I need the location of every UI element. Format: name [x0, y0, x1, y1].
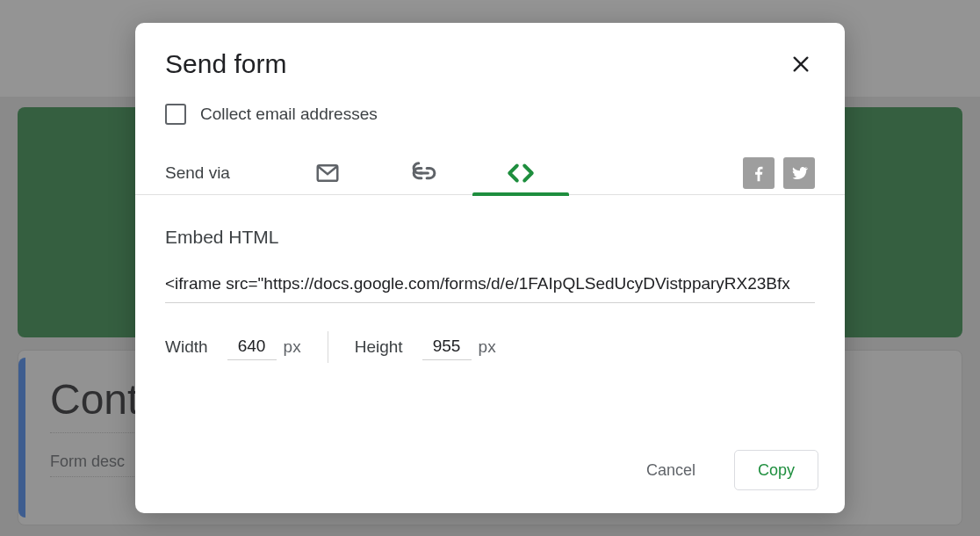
- dialog-footer: Cancel Copy: [135, 450, 845, 513]
- send-form-dialog: Send form Collect email addresses Send v…: [135, 23, 845, 513]
- tab-embed[interactable]: [472, 151, 569, 195]
- twitter-icon: [789, 163, 809, 183]
- email-icon: [314, 160, 341, 186]
- embed-icon: [506, 158, 536, 188]
- width-input[interactable]: [227, 335, 277, 360]
- tab-link[interactable]: [376, 151, 472, 195]
- height-unit: px: [479, 337, 496, 357]
- close-button[interactable]: [787, 50, 815, 78]
- tab-email[interactable]: [279, 151, 376, 195]
- send-via-label: Send via: [165, 163, 230, 183]
- close-icon: [791, 54, 811, 74]
- copy-button[interactable]: Copy: [734, 450, 818, 490]
- height-label: Height: [355, 337, 403, 357]
- width-label: Width: [165, 337, 208, 357]
- dialog-title: Send form: [165, 49, 286, 79]
- social-share: [743, 157, 815, 189]
- share-twitter-button[interactable]: [783, 157, 815, 189]
- cancel-button[interactable]: Cancel: [623, 450, 718, 490]
- send-via-row: Send via: [135, 151, 845, 195]
- dialog-header: Send form: [135, 49, 845, 79]
- width-unit: px: [284, 337, 301, 357]
- dimensions-row: Width px Height px: [165, 331, 815, 363]
- embed-section: Embed HTML Width px Height px: [135, 195, 845, 450]
- link-icon: [411, 160, 437, 186]
- dimension-separator: [328, 331, 328, 363]
- collect-emails-label: Collect email addresses: [200, 105, 378, 124]
- height-input[interactable]: [422, 335, 472, 360]
- share-facebook-button[interactable]: [743, 157, 775, 189]
- collect-emails-checkbox[interactable]: [165, 104, 186, 125]
- embed-section-title: Embed HTML: [165, 227, 815, 248]
- embed-html-input[interactable]: [165, 269, 815, 303]
- collect-emails-row: Collect email addresses: [135, 104, 845, 125]
- facebook-icon: [749, 163, 768, 183]
